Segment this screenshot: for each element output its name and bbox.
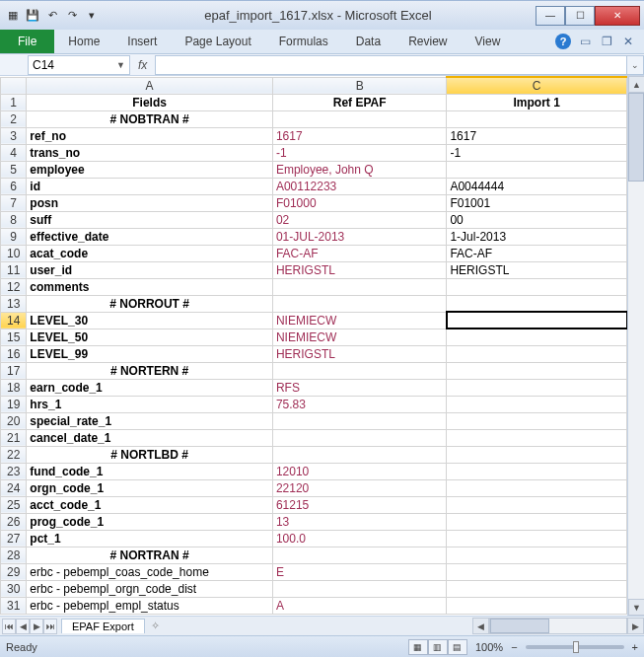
row-header[interactable]: 20 <box>1 412 27 429</box>
cell[interactable]: NIEMIECW <box>272 328 447 345</box>
cell[interactable]: effective_date <box>27 228 273 245</box>
vertical-scrollbar[interactable]: ▲ ▼ <box>627 76 644 616</box>
cell[interactable]: -1 <box>272 144 447 161</box>
normal-view-icon[interactable]: ▦ <box>408 639 428 655</box>
row-header[interactable]: 24 <box>1 479 27 496</box>
cell[interactable] <box>272 412 447 429</box>
row-header[interactable]: 1 <box>1 94 27 110</box>
row-header[interactable]: 12 <box>1 278 27 295</box>
cell[interactable]: earn_code_1 <box>27 379 273 396</box>
cell[interactable]: A00112233 <box>272 178 447 194</box>
hscroll-thumb[interactable] <box>490 619 549 633</box>
cell[interactable]: LEVEL_99 <box>27 345 273 362</box>
row-header[interactable]: 2 <box>1 110 27 127</box>
zoom-level[interactable]: 100% <box>475 641 503 653</box>
row-header[interactable]: 3 <box>1 127 27 144</box>
cell[interactable]: trans_no <box>27 144 273 161</box>
tab-file[interactable]: File <box>0 30 54 53</box>
row-header[interactable]: 29 <box>1 563 27 580</box>
cell[interactable]: orgn_code_1 <box>27 479 273 496</box>
tab-formulas[interactable]: Formulas <box>265 30 342 53</box>
cell[interactable]: 00 <box>447 211 627 228</box>
cell[interactable]: ref_no <box>27 127 273 144</box>
scroll-left-icon[interactable]: ◀ <box>472 618 489 634</box>
cell[interactable]: erbc - pebempl_coas_code_home <box>27 563 273 580</box>
cell[interactable]: A0044444 <box>447 178 627 194</box>
cell[interactable] <box>447 295 627 312</box>
cell[interactable]: 02 <box>272 211 447 228</box>
cell[interactable]: # NORTLBD # <box>27 446 273 463</box>
fx-icon[interactable]: fx <box>138 58 147 72</box>
tab-last-icon[interactable]: ⏭ <box>43 619 57 634</box>
cell[interactable]: # NORROUT # <box>27 295 273 312</box>
cell[interactable] <box>447 513 627 530</box>
cell[interactable]: # NORTERN # <box>27 362 273 379</box>
cell[interactable]: HERIGSTL <box>447 261 627 278</box>
cell[interactable]: 1617 <box>447 127 627 144</box>
vscroll-track[interactable] <box>628 182 644 599</box>
cell[interactable] <box>272 362 447 379</box>
cell[interactable] <box>447 362 627 379</box>
cell[interactable]: LEVEL_30 <box>27 312 273 328</box>
cell[interactable] <box>447 446 627 463</box>
cell[interactable]: prog_code_1 <box>27 513 273 530</box>
page-layout-view-icon[interactable]: ▥ <box>428 639 448 655</box>
row-header[interactable]: 10 <box>1 245 27 261</box>
cell[interactable] <box>447 396 627 412</box>
tab-review[interactable]: Review <box>394 30 461 53</box>
cell[interactable]: # NORTRAN # <box>27 547 273 563</box>
cell[interactable]: 13 <box>272 513 447 530</box>
tab-view[interactable]: View <box>462 30 515 53</box>
cell[interactable] <box>447 429 627 446</box>
row-header[interactable]: 4 <box>1 144 27 161</box>
close-workbook-icon[interactable]: ✕ <box>620 34 636 49</box>
row-header[interactable]: 8 <box>1 211 27 228</box>
cell[interactable]: 1617 <box>272 127 447 144</box>
cell[interactable] <box>447 463 627 479</box>
row-header[interactable]: 26 <box>1 513 27 530</box>
minimize-button[interactable]: — <box>536 6 565 26</box>
undo-icon[interactable]: ↶ <box>43 7 61 25</box>
cell[interactable]: cancel_date_1 <box>27 429 273 446</box>
cell[interactable] <box>447 379 627 396</box>
cell[interactable]: NIEMIECW <box>272 312 447 328</box>
cell[interactable]: Ref EPAF <box>272 94 447 110</box>
maximize-button[interactable]: ☐ <box>565 6 595 26</box>
col-header-a[interactable]: A <box>27 77 273 94</box>
cell[interactable] <box>272 278 447 295</box>
row-header[interactable]: 9 <box>1 228 27 245</box>
cell[interactable] <box>447 597 627 614</box>
formula-input[interactable] <box>155 55 626 75</box>
cell[interactable] <box>447 563 627 580</box>
cell[interactable]: 100.0 <box>272 530 447 547</box>
cell[interactable]: 22120 <box>272 479 447 496</box>
row-header[interactable]: 25 <box>1 496 27 513</box>
zoom-out-icon[interactable]: − <box>511 641 517 653</box>
tab-next-icon[interactable]: ▶ <box>30 619 43 634</box>
horizontal-scrollbar[interactable]: ◀ ▶ <box>472 618 644 634</box>
row-header[interactable]: 6 <box>1 178 27 194</box>
cell[interactable] <box>447 479 627 496</box>
cell[interactable]: hrs_1 <box>27 396 273 412</box>
cell[interactable]: A <box>272 597 447 614</box>
cell[interactable] <box>272 580 447 597</box>
cell[interactable]: suff <box>27 211 273 228</box>
vscroll-thumb[interactable] <box>628 93 644 182</box>
cell[interactable]: F01000 <box>272 194 447 211</box>
expand-formula-bar-icon[interactable]: ⌄ <box>626 55 644 75</box>
select-all-corner[interactable] <box>1 77 27 94</box>
row-header[interactable]: 22 <box>1 446 27 463</box>
cell[interactable]: 1-Jul-2013 <box>447 228 627 245</box>
scroll-up-icon[interactable]: ▲ <box>628 76 644 93</box>
tab-insert[interactable]: Insert <box>113 30 171 53</box>
excel-icon[interactable]: ▦ <box>4 7 22 25</box>
cell[interactable] <box>447 547 627 563</box>
cell[interactable] <box>447 328 627 345</box>
name-box[interactable]: C14 ▼ <box>28 55 130 75</box>
cell[interactable]: erbc - pebempl_orgn_code_dist <box>27 580 273 597</box>
row-header[interactable]: 21 <box>1 429 27 446</box>
row-header[interactable]: 13 <box>1 295 27 312</box>
row-header[interactable]: 14 <box>1 312 27 328</box>
cell[interactable]: # NOBTRAN # <box>27 110 273 127</box>
cell[interactable] <box>272 547 447 563</box>
